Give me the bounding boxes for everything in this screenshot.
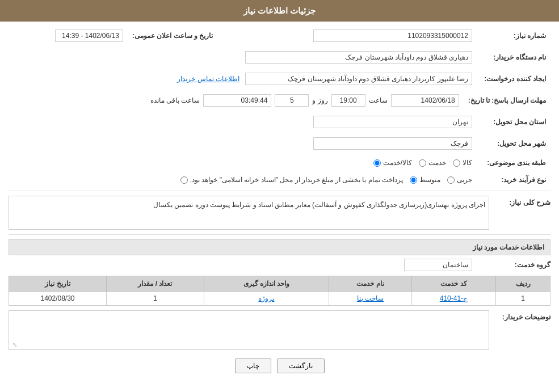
divider2 (9, 234, 550, 235)
category-cell: کالا خدمت کالا/خدمت (9, 157, 477, 169)
content-area: شماره نیاز: 1102093315000012 تاریخ و ساع… (0, 22, 559, 382)
category-option-kala-khedmat[interactable]: کالا/خدمت (373, 159, 412, 167)
services-header-quantity: تعداد / مقدار (107, 276, 204, 292)
info-table-row4: مهلت ارسال پاسخ: تا تاریخ: 1402/06/18 سا… (9, 92, 550, 109)
purchase-motavasset-label: متوسط (419, 176, 440, 184)
deadline-cell: 1402/06/18 ساعت 19:00 روز و 5 03:49:44 س… (9, 92, 464, 109)
row-num: 1 (496, 292, 550, 306)
description-content: اجرای پروژه بهسازی(زیرسازی جدولگذاری کفپ… (9, 196, 489, 230)
buyer-notes-section: توضیحات خریدار: ⤡ (9, 310, 550, 350)
services-header-name: نام خدمت (329, 276, 412, 292)
deadline-time-value: 19:00 (331, 94, 365, 107)
buyer-notes-box: ⤡ (9, 310, 489, 350)
services-header-date: تاریخ نیاز (9, 276, 107, 292)
org-name-cell: دهیاری قشلاق دوم داودآباد شهرستان فرچک (9, 49, 477, 66)
purchase-type-motavasset[interactable]: متوسط (410, 176, 440, 184)
deadline-days-value: 5 (275, 94, 309, 107)
print-button[interactable]: چاپ (235, 359, 271, 373)
services-header-code: کد خدمت (411, 276, 495, 292)
creator-value: رضا علیپور کاربردار دهیاری قشلاق دوم داو… (245, 73, 472, 85)
service-quantity: 1 (107, 292, 204, 306)
date-cell: 1402/06/13 - 14:39 (9, 27, 128, 44)
service-unit[interactable]: پروژه (204, 292, 329, 306)
service-name[interactable]: ساخت بنا (329, 292, 412, 306)
province-cell: تهران (9, 113, 477, 130)
table-row: 1 ج-41-410 ساخت بنا پروژه 1 1402/08/30 (9, 292, 550, 306)
category-radio-group: کالا خدمت کالا/خدمت (13, 159, 472, 167)
purchase-type-cell: جزیی متوسط پرداخت تمام یا بخشی از مبلغ خ… (9, 174, 477, 186)
info-table-row6: شهر محل تحویل: فرچک (9, 135, 550, 152)
deadline-days-label: روز و (312, 96, 327, 104)
buyer-notes-label: توضیحات خریدار: (494, 310, 550, 321)
date-label: تاریخ و ساعت اعلان عمومی: (128, 27, 217, 44)
info-table-row1: شماره نیاز: 1102093315000012 تاریخ و ساع… (9, 27, 550, 44)
org-name-value: دهیاری قشلاق دوم داودآباد شهرستان فرچک (245, 51, 472, 64)
services-table: ردیف کد خدمت نام خدمت واحد اندازه گیری ت… (9, 276, 550, 306)
deadline-label: مهلت ارسال پاسخ: تا تاریخ: (464, 92, 550, 109)
purchase-type-jozei[interactable]: جزیی (447, 176, 472, 184)
category-kala-label: کالا (463, 159, 472, 167)
purchase-jozei-radio[interactable] (447, 176, 455, 184)
description-section: شرح کلی نیاز: اجرای پروژه بهسازی(زیرسازی… (9, 196, 550, 230)
province-value: تهران (313, 116, 472, 128)
description-label: شرح کلی نیاز: (494, 196, 550, 206)
date-value: 1402/06/13 - 14:39 (55, 29, 123, 42)
service-date: 1402/08/30 (9, 292, 107, 306)
deadline-date-value: 1402/06/18 (391, 94, 459, 107)
page-header: جزئیات اطلاعات نیاز (0, 0, 559, 22)
category-option-khedmat[interactable]: خدمت (419, 159, 446, 167)
header-title: جزئیات اطلاعات نیاز (243, 6, 316, 15)
contact-link[interactable]: اطلاعات تماس خریدار (177, 75, 239, 83)
services-header-row-num: ردیف (496, 276, 550, 292)
buttons-row: بازگشت چاپ (9, 359, 550, 373)
category-kala-khedmat-radio[interactable] (373, 159, 381, 167)
page-wrapper: جزئیات اطلاعات نیاز شماره نیاز: 11020933… (0, 0, 559, 392)
group-service-value: ساختمان (404, 259, 472, 271)
deadline-remaining-value: 03:49:44 (203, 94, 271, 107)
resize-handle[interactable]: ⤡ (10, 342, 17, 348)
purchase-motavasset-radio[interactable] (410, 176, 417, 184)
divider1 (9, 191, 550, 191)
purchase-type-text3: پرداخت تمام یا بخشی از مبلغ خریدار از مح… (180, 176, 403, 184)
info-table-row3: ایجاد کننده درخواست: رضا علیپور کاربردار… (9, 70, 550, 87)
city-label: شهر محل تحویل: (477, 135, 550, 152)
creator-label: ایجاد کننده درخواست: (477, 70, 550, 87)
city-value: فرچک (313, 137, 472, 150)
purchase-type-label: نوع فرآیند خرید: (477, 174, 550, 186)
info-table-row5: استان محل تحویل: تهران (9, 113, 550, 130)
info-table-row8: نوع فرآیند خرید: جزیی متوسط پرداخت تمام … (9, 174, 550, 186)
purchase-type-radio-group: جزیی متوسط پرداخت تمام یا بخشی از مبلغ خ… (13, 176, 472, 184)
category-kala-radio[interactable] (453, 159, 460, 167)
group-service-label: گروه خدمت: (477, 261, 550, 269)
province-label: استان محل تحویل: (477, 113, 550, 130)
category-option-kala[interactable]: کالا (453, 159, 472, 167)
group-service-row: گروه خدمت: ساختمان (9, 259, 550, 271)
deadline-remaining-label: ساعت باقی مانده (150, 96, 200, 104)
creator-cell: رضا علیپور کاربردار دهیاری قشلاق دوم داو… (9, 70, 477, 87)
services-header-unit: واحد اندازه گیری (204, 276, 329, 292)
deadline-time-label: ساعت (369, 96, 388, 104)
category-kala-khedmat-label: کالا/خدمت (383, 159, 412, 167)
need-number-cell: 1102093315000012 (217, 27, 477, 44)
info-table-row7: طبقه بندی موضوعی: کالا خدمت کالا/خدمت (9, 157, 550, 169)
city-cell: فرچک (9, 135, 477, 152)
purchase-text3-radio[interactable] (180, 176, 188, 184)
org-name-label: نام دستگاه خریدار: (477, 49, 550, 66)
info-table-row2: نام دستگاه خریدار: دهیاری قشلاق دوم داود… (9, 49, 550, 66)
category-label: طبقه بندی موضوعی: (477, 157, 550, 169)
purchase-text3-label: پرداخت تمام یا بخشی از مبلغ خریدار از مح… (190, 176, 403, 184)
need-number-label: شماره نیاز: (477, 27, 550, 44)
purchase-jozei-label: جزیی (457, 176, 472, 184)
category-khedmat-radio[interactable] (419, 159, 426, 167)
need-number-value: 1102093315000012 (313, 29, 472, 42)
back-button[interactable]: بازگشت (277, 359, 325, 373)
category-khedmat-label: خدمت (428, 159, 446, 167)
service-code[interactable]: ج-41-410 (411, 292, 495, 306)
services-section-title: اطلاعات خدمات مورد نیاز (9, 239, 550, 255)
